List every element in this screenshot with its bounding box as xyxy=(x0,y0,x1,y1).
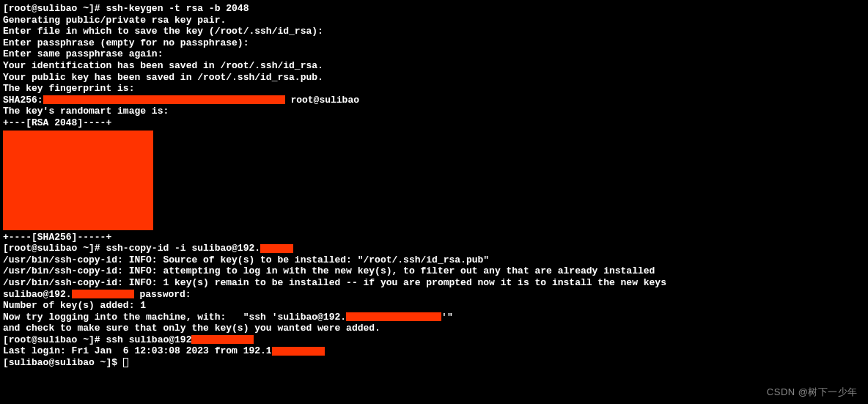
pw-label: password: xyxy=(134,289,191,300)
randomart-top: +---[RSA 2048]----+ xyxy=(3,117,865,129)
redacted-ip xyxy=(260,244,293,253)
text-part: Now try logging into the machine, with: … xyxy=(3,312,346,323)
redacted-ip xyxy=(72,290,134,298)
redacted-ip xyxy=(272,347,325,356)
password-prompt: sulibao@192. password: xyxy=(3,289,865,301)
output-line: Enter file in which to save the key (/ro… xyxy=(3,26,865,37)
output-line: Your public key has been saved in /root/… xyxy=(3,72,865,84)
prompt-line-2: [root@sulibao ~]# ssh-copy-id -i sulibao… xyxy=(3,243,865,254)
output-line: and check to make sure that only the key… xyxy=(3,323,865,334)
redacted-randomart xyxy=(3,131,153,230)
text-end: '" xyxy=(441,312,453,323)
last-login: Last login: Fri Jan 6 12:03:08 2023 from… xyxy=(3,345,865,357)
output-line: /usr/bin/ssh-copy-id: INFO: Source of ke… xyxy=(3,254,865,266)
user-host: root@sulibao xyxy=(285,95,359,106)
redacted-ip xyxy=(346,312,441,321)
output-line: Your identification has been saved in /r… xyxy=(3,60,865,72)
prompt-line-1: [root@sulibao ~]# ssh-keygen -t rsa -b 2… xyxy=(3,3,865,15)
prompt-line-4[interactable]: [sulibao@sulibao ~]$ xyxy=(3,357,865,369)
login-text: Last login: Fri Jan 6 12:03:08 2023 from… xyxy=(3,345,272,356)
output-line: The key fingerprint is: xyxy=(3,83,865,95)
watermark: CSDN @树下一少年 xyxy=(767,386,858,398)
redacted-fingerprint xyxy=(43,95,285,104)
prompt-line-3: [root@sulibao ~]# ssh sulibao@192 xyxy=(3,334,865,346)
output-line: Number of key(s) added: 1 xyxy=(3,300,865,312)
fingerprint-line: SHA256: root@sulibao xyxy=(3,95,865,106)
sha-label: SHA256: xyxy=(3,95,43,106)
cmd-copyid: [root@sulibao ~]# ssh-copy-id -i sulibao… xyxy=(3,243,260,254)
output-line: /usr/bin/ssh-copy-id: INFO: 1 key(s) rem… xyxy=(3,277,865,289)
cursor-icon xyxy=(123,358,128,367)
output-line: Enter same passphrase again: xyxy=(3,48,865,60)
redacted-ip xyxy=(191,335,254,344)
output-line: Enter passphrase (empty for no passphras… xyxy=(3,37,865,49)
user-ip: sulibao@192. xyxy=(3,289,72,300)
output-line: /usr/bin/ssh-copy-id: INFO: attempting t… xyxy=(3,265,865,277)
output-line: Generating public/private rsa key pair. xyxy=(3,15,865,26)
randomart-bottom: +----[SHA256]-----+ xyxy=(3,232,865,243)
shell-prompt: [sulibao@sulibao ~]$ xyxy=(3,357,123,368)
cmd-ssh: [root@sulibao ~]# ssh sulibao@192 xyxy=(3,334,191,345)
output-line: Now try logging into the machine, with: … xyxy=(3,312,865,323)
output-line: The key's randomart image is: xyxy=(3,106,865,117)
